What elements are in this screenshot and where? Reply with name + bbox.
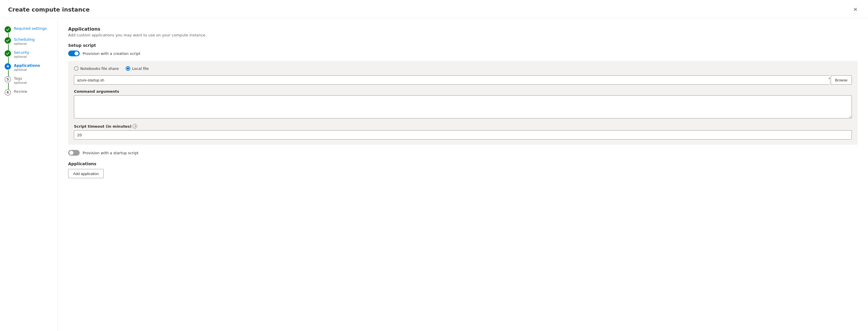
timeout-info-icon: i: [132, 124, 137, 128]
radio-label-notebooks: Notebooks file share: [80, 66, 119, 71]
step-name-review: Review: [14, 89, 27, 94]
step-sub-scheduling: optional: [14, 42, 35, 46]
sidebar-item-security[interactable]: Security optional: [0, 48, 58, 61]
startup-script-toggle-row: Provision with a startup script: [68, 150, 858, 156]
dialog-header: Create compute instance ✕: [0, 0, 868, 18]
main-content: Applications Add custom applications you…: [58, 18, 868, 331]
timeout-input[interactable]: [74, 130, 852, 140]
step-sub-security: optional: [14, 55, 29, 59]
step-name-tags: Tags: [14, 76, 27, 81]
step-name-applications: Applications: [14, 63, 40, 68]
required-star: *: [829, 76, 830, 81]
step-label-review: Review: [14, 89, 27, 94]
radio-circle-notebooks: [74, 66, 79, 71]
step-name-scheduling: Scheduling: [14, 37, 35, 41]
step-name-security: Security: [14, 50, 29, 55]
radio-dot-local: [127, 67, 129, 70]
toggle-track-on: [68, 51, 80, 56]
step-sub-tags: optional: [14, 81, 27, 85]
step-icon-required-settings: [5, 26, 11, 33]
step-number-tags: 5: [7, 78, 9, 82]
step-label-scheduling: Scheduling optional: [14, 37, 35, 46]
timeout-label-row: Script timeout (in minutes) i: [74, 124, 852, 128]
step-name-required-settings: Required settings: [14, 26, 47, 31]
applications-subsection-title: Applications: [68, 161, 858, 166]
step-label-required-settings: Required settings: [14, 26, 47, 31]
startup-script-toggle-label: Provision with a startup script: [83, 151, 138, 155]
checkmark-icon: [6, 28, 9, 31]
sidebar-item-review[interactable]: 6 Review: [0, 87, 58, 98]
radio-local[interactable]: Local file: [126, 66, 149, 71]
creation-script-toggle-row: Provision with a creation script: [68, 51, 858, 56]
startup-script-toggle[interactable]: [68, 150, 80, 156]
sidebar: Required settings Scheduling optional: [0, 18, 58, 331]
toggle-thumb: [74, 52, 79, 56]
sidebar-item-tags[interactable]: 5 Tags optional: [0, 74, 58, 87]
step-icon-applications: 4: [5, 63, 11, 70]
sidebar-item-scheduling[interactable]: Scheduling optional: [0, 35, 58, 48]
close-icon: ✕: [853, 6, 858, 13]
command-args-label-text: Command arguments: [74, 89, 119, 94]
close-button[interactable]: ✕: [851, 5, 860, 14]
file-source-radio-group: Notebooks file share Local file: [74, 66, 852, 71]
step-icon-tags: 5: [5, 76, 11, 83]
timeout-label-text: Script timeout (in minutes): [74, 124, 131, 128]
checkmark-icon-scheduling: [6, 39, 9, 42]
step-number-applications: 4: [7, 64, 9, 68]
radio-circle-local: [126, 66, 130, 71]
step-sub-applications: optional: [14, 68, 40, 72]
applications-section-desc: Add custom applications you may want to …: [68, 33, 858, 37]
setup-script-label: Setup script: [68, 43, 858, 48]
radio-label-local: Local file: [132, 66, 149, 71]
sidebar-item-applications[interactable]: 4 Applications optional: [0, 61, 58, 74]
creation-script-toggle-label: Provision with a creation script: [83, 52, 140, 56]
step-icon-review: 6: [5, 89, 11, 96]
step-icon-scheduling: [5, 37, 11, 43]
toggle-thumb-startup: [69, 151, 73, 155]
creation-script-toggle[interactable]: [68, 51, 80, 56]
checkmark-icon-security: [6, 52, 9, 55]
sidebar-item-required-settings[interactable]: Required settings: [0, 24, 58, 35]
create-compute-dialog: Create compute instance ✕ Required setti…: [0, 0, 868, 331]
dialog-body: Required settings Scheduling optional: [0, 18, 868, 331]
file-path-input[interactable]: [74, 76, 829, 85]
applications-section: Applications Add application: [68, 161, 858, 178]
applications-section-title: Applications: [68, 26, 858, 32]
step-label-security: Security optional: [14, 50, 29, 59]
toggle-track-off: [68, 150, 80, 156]
radio-notebooks[interactable]: Notebooks file share: [74, 66, 119, 71]
browse-button[interactable]: Browse: [831, 76, 852, 85]
add-application-button[interactable]: Add application: [68, 169, 104, 178]
step-icon-security: [5, 50, 11, 57]
step-label-tags: Tags optional: [14, 76, 27, 85]
command-args-label: Command arguments: [74, 89, 852, 94]
step-label-applications: Applications optional: [14, 63, 40, 72]
command-args-textarea[interactable]: [74, 95, 852, 118]
step-number-review: 6: [7, 90, 9, 94]
dialog-title: Create compute instance: [8, 6, 90, 13]
file-input-row: * Browse: [74, 76, 852, 85]
setup-script-grey-box: Notebooks file share Local file * Browse: [68, 61, 858, 145]
